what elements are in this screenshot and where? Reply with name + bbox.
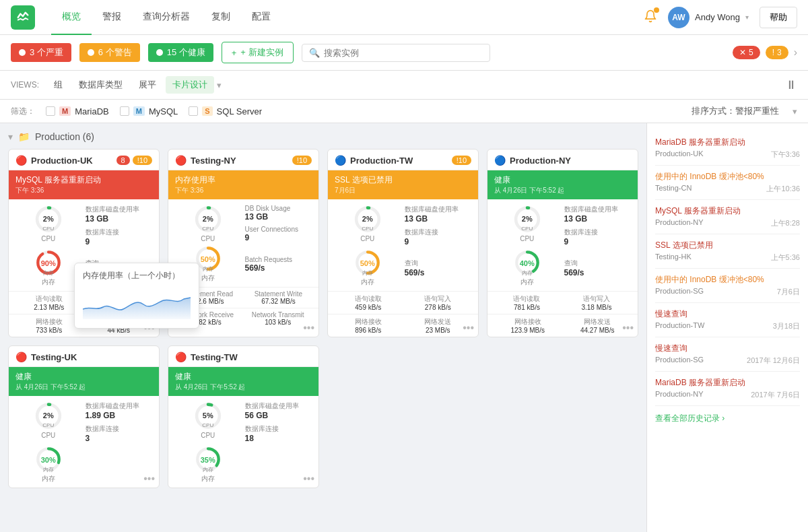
chevron-right-icon[interactable]: ›: [794, 46, 797, 59]
event-time: 2017年 12月6日: [747, 356, 800, 366]
net-recv: 网络接收 123.9 MB/s: [510, 317, 545, 334]
net-recv: 网络接收 896 kB/s: [355, 317, 382, 334]
logo: [11, 5, 35, 30]
mysql-checkbox[interactable]: [120, 106, 129, 116]
nav-config[interactable]: 配置: [241, 0, 281, 35]
search-box: 🔍: [302, 44, 490, 62]
memory-value: 35%内存: [201, 456, 215, 473]
stmt-read: 语句读取 2.13 MB/s: [34, 294, 64, 311]
db-type-icon: 🔴: [15, 155, 27, 166]
event-title[interactable]: 慢速查询: [655, 308, 800, 320]
net-send: 网络发送 44.27 MB/s: [580, 317, 615, 334]
banner-sub: 7月6日: [335, 186, 471, 195]
healthy-label: 15 个健康: [167, 46, 205, 59]
card-header: 🔵 Production-TW !10: [328, 149, 478, 170]
event-time: 下午3:36: [771, 149, 800, 160]
card-title[interactable]: Testing-NY: [191, 156, 236, 166]
banner-text: MySQL 服务器重新启动: [15, 174, 152, 186]
nav-replication[interactable]: 复制: [201, 0, 241, 35]
nav-query-analyzer[interactable]: 查询分析器: [132, 0, 201, 35]
filter-mariadb[interactable]: M MariaDB: [46, 106, 109, 117]
sort-dropdown-icon[interactable]: ▾: [793, 106, 797, 117]
user-info[interactable]: AW Andy Wong ▾: [668, 7, 749, 28]
search-icon: 🔍: [309, 48, 320, 58]
sort-label[interactable]: 排序方式：警报严重性: [692, 105, 779, 117]
event-title[interactable]: MariaDB 服务器重新启动: [655, 377, 800, 389]
card-more-button[interactable]: •••: [463, 322, 474, 334]
event-title[interactable]: MariaDB 服务器重新启动: [655, 137, 800, 148]
pause-button[interactable]: ⏸: [785, 78, 797, 92]
filter-sqlserver[interactable]: S SQL Server: [189, 106, 262, 117]
cpu-value: 2%CPU: [202, 215, 213, 232]
view-dropdown-icon[interactable]: ▾: [217, 80, 222, 90]
filter-mysql[interactable]: M MySQL: [120, 106, 178, 117]
critical-badge[interactable]: 3 个严重: [11, 43, 71, 62]
stmt-write: 语句写入 278 kB/s: [424, 294, 451, 311]
search-input[interactable]: [324, 48, 483, 58]
disk-value: 56 GB: [245, 411, 314, 420]
nav-alerts[interactable]: 警报: [92, 0, 132, 35]
card-more-button[interactable]: •••: [303, 322, 314, 334]
new-instance-button[interactable]: + + 新建实例: [222, 42, 294, 63]
event-title[interactable]: 使用中的 InnoDB 缓冲池<80%: [655, 274, 800, 286]
group-folder-icon: 📁: [18, 131, 30, 142]
right-status: ✕ 5 ! 3 ›: [733, 46, 797, 59]
sqlserver-checkbox[interactable]: [189, 106, 198, 116]
query-label: 查询: [564, 259, 633, 268]
help-button[interactable]: 帮助: [760, 7, 797, 28]
net-row: 网络接收 123.9 MB/s 网络发送 44.27 MB/s: [487, 314, 638, 337]
card-badges: 8!10: [116, 156, 152, 165]
banner-sub: 从 4月26日 下午5:52 起: [175, 383, 312, 392]
cpu-value: 2%CPU: [42, 215, 54, 232]
conn-label: 数据库连接: [245, 424, 314, 434]
card-title[interactable]: Testing-UK: [31, 352, 77, 362]
card-more-button[interactable]: •••: [622, 322, 634, 334]
cpu-gauge: 2%CPU CPU: [30, 205, 67, 242]
query-metric: Batch Requests 569/s: [245, 245, 314, 283]
view-card-design[interactable]: 卡片设计: [166, 76, 214, 94]
view-flat[interactable]: 展平: [132, 76, 163, 94]
query-value: 569/s: [405, 268, 473, 277]
card-title[interactable]: Production-TW: [350, 156, 413, 166]
memory-value: 40%内存: [520, 259, 535, 277]
disk-metric: 数据库磁盘使用率 13 GB 数据库连接 9: [405, 205, 473, 246]
nav-overview[interactable]: 概览: [51, 0, 92, 35]
card-title[interactable]: Production-UK: [31, 156, 93, 166]
disk-metric: 数据库磁盘使用率 13 GB 数据库连接 9: [86, 205, 154, 246]
net-row: 网络接收 896 kB/s 网络发送 23 MB/s: [328, 314, 478, 337]
filter-bar: 筛选： M MariaDB M MySQL S SQL Server 排序方式：…: [0, 100, 808, 123]
event-title[interactable]: 使用中的 InnoDB 缓冲池<80%: [655, 171, 800, 182]
cpu-value: 2%CPU: [362, 215, 373, 232]
sidebar-event: MariaDB 服务器重新启动 Production-NY 2017年 7月6日: [655, 372, 800, 406]
event-title[interactable]: MySQL 服务器重新启动: [655, 205, 800, 217]
card-title[interactable]: Testing-TW: [191, 352, 238, 362]
bell-icon[interactable]: [644, 9, 657, 25]
db-type-icon: 🔵: [335, 155, 346, 166]
sidebar-footer[interactable]: 查看全部历史记录 ›: [655, 413, 800, 424]
group-header-production[interactable]: ▾ 📁 Production (6): [8, 131, 638, 142]
view-group[interactable]: 组: [47, 76, 69, 94]
mysql-label: MySQL: [149, 106, 178, 117]
healthy-dot: [156, 49, 163, 56]
conn-value: 9: [564, 237, 633, 246]
card-more-button[interactable]: •••: [143, 473, 155, 485]
mysql-icon: M: [133, 106, 145, 116]
cpu-gauge: 2%CPU CPU: [349, 205, 386, 242]
mariadb-checkbox[interactable]: [46, 106, 55, 116]
event-title[interactable]: 慢速查询: [655, 343, 800, 354]
conn-value: 9: [86, 237, 154, 246]
event-title[interactable]: SSL 选项已禁用: [655, 240, 800, 251]
event-sub: Production-SG 2017年 12月6日: [655, 356, 800, 366]
warning-badge[interactable]: 6 个警告: [79, 43, 140, 62]
card-title[interactable]: Production-NY: [510, 156, 571, 166]
x-count-badge[interactable]: ✕ 5: [733, 46, 760, 59]
banner-text: SSL 选项已禁用: [335, 174, 471, 186]
event-instance: Testing-CN: [655, 184, 692, 194]
card-header: 🔵 Production-NY: [487, 149, 638, 170]
warn-count-badge[interactable]: ! 3: [766, 46, 788, 59]
x-count: 5: [749, 48, 753, 57]
healthy-badge[interactable]: 15 个健康: [148, 43, 213, 62]
view-db-type[interactable]: 数据库类型: [72, 76, 129, 94]
card-more-button[interactable]: •••: [303, 473, 314, 485]
x-icon: ✕: [739, 48, 746, 57]
